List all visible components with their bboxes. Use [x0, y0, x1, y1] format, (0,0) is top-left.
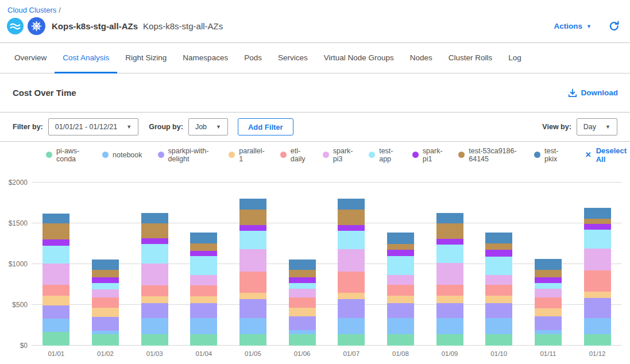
bar-segment-spark-pi1[interactable]	[239, 225, 266, 231]
bar-segment-parallel-1[interactable]	[141, 296, 168, 303]
bar-segment-notebook[interactable]	[535, 330, 562, 334]
bar-segment-sparkpi-with-delight[interactable]	[239, 299, 266, 318]
bar-segment-test-pkix[interactable]	[239, 199, 266, 209]
bar-segment-test-app[interactable]	[289, 283, 316, 289]
bar-segment-sparkpi-with-delight[interactable]	[92, 317, 119, 331]
legend-item-parallel-1[interactable]: parallel-1	[229, 147, 264, 163]
bar-segment-test-app[interactable]	[485, 257, 512, 274]
bar-segment-parallel-1[interactable]	[584, 292, 611, 298]
bar-segment-spark-pi1[interactable]	[338, 225, 365, 231]
bar-segment-etl-daily[interactable]	[436, 285, 463, 295]
bar-segment-parallel-1[interactable]	[239, 293, 266, 299]
bar-segment-etl-daily[interactable]	[535, 297, 562, 308]
bar-segment-test-pkix[interactable]	[289, 260, 316, 270]
bar-segment-parallel-1[interactable]	[485, 296, 512, 303]
bar-segment-test-53ca9186-64145[interactable]	[141, 223, 168, 238]
bar-segment-parallel-1[interactable]	[190, 296, 217, 303]
bar-segment-test-app[interactable]	[42, 246, 69, 264]
bar-segment-test-53ca9186-64145[interactable]	[42, 223, 69, 239]
legend-item-test-app[interactable]: test-app	[369, 147, 397, 163]
bar-segment-pi-aws-conda[interactable]	[190, 334, 217, 346]
bar-segment-spark-pi3[interactable]	[141, 264, 168, 285]
bar-segment-test-app[interactable]	[190, 256, 217, 275]
bar-01/10[interactable]	[485, 183, 512, 346]
tab-virtual-node-groups[interactable]: Virtual Node Groups	[316, 43, 402, 73]
bar-segment-notebook[interactable]	[239, 318, 266, 334]
tab-cluster-rolls[interactable]: Cluster Rolls	[440, 43, 501, 73]
bar-segment-test-app[interactable]	[92, 283, 119, 289]
bar-segment-etl-daily[interactable]	[92, 297, 119, 308]
bar-segment-spark-pi3[interactable]	[92, 289, 119, 297]
bar-segment-test-app[interactable]	[535, 283, 562, 289]
view-by-select[interactable]: Day▼	[577, 118, 617, 135]
bar-segment-spark-pi1[interactable]	[387, 250, 414, 256]
tab-right-sizing[interactable]: Right Sizing	[117, 43, 175, 73]
bar-segment-spark-pi3[interactable]	[436, 263, 463, 285]
bar-segment-test-53ca9186-64145[interactable]	[584, 219, 611, 224]
bar-segment-parallel-1[interactable]	[338, 293, 365, 299]
bar-segment-test-pkix[interactable]	[338, 199, 365, 209]
bar-segment-spark-pi1[interactable]	[535, 277, 562, 284]
bar-segment-test-pkix[interactable]	[485, 233, 512, 243]
bar-segment-etl-daily[interactable]	[141, 285, 168, 296]
tab-services[interactable]: Services	[270, 43, 316, 73]
group-by-select[interactable]: Job▼	[188, 118, 228, 135]
bar-segment-sparkpi-with-delight[interactable]	[485, 303, 512, 318]
bar-segment-notebook[interactable]	[42, 319, 69, 332]
bar-segment-spark-pi1[interactable]	[92, 277, 119, 284]
bar-01/11[interactable]	[535, 183, 562, 346]
bar-segment-spark-pi3[interactable]	[387, 275, 414, 285]
bar-01/02[interactable]	[92, 183, 119, 346]
bar-01/08[interactable]	[387, 183, 414, 346]
bar-segment-parallel-1[interactable]	[92, 308, 119, 317]
tab-pods[interactable]: Pods	[236, 43, 270, 73]
bar-segment-etl-daily[interactable]	[584, 270, 611, 292]
bar-segment-sparkpi-with-delight[interactable]	[141, 303, 168, 318]
deselect-all-button[interactable]: ✕ Deselect All	[585, 146, 630, 164]
bar-segment-sparkpi-with-delight[interactable]	[289, 316, 316, 330]
bar-segment-etl-daily[interactable]	[485, 285, 512, 295]
bar-segment-spark-pi1[interactable]	[436, 239, 463, 245]
actions-button[interactable]: Actions▼	[554, 22, 592, 30]
bar-segment-parallel-1[interactable]	[535, 308, 562, 316]
legend-item-spark-pi3[interactable]: spark-pi3	[323, 147, 353, 163]
legend-item-sparkpi-with-delight[interactable]: sparkpi-with-delight	[158, 147, 214, 163]
bar-segment-test-53ca9186-64145[interactable]	[239, 210, 266, 225]
legend-item-notebook[interactable]: notebook	[102, 151, 142, 159]
bar-segment-spark-pi3[interactable]	[190, 275, 217, 285]
bar-segment-spark-pi1[interactable]	[141, 238, 168, 244]
bar-segment-sparkpi-with-delight[interactable]	[190, 303, 217, 318]
bar-segment-pi-aws-conda[interactable]	[436, 334, 463, 346]
bar-segment-notebook[interactable]	[485, 318, 512, 334]
bar-segment-test-pkix[interactable]	[141, 213, 168, 223]
bar-segment-spark-pi3[interactable]	[42, 264, 69, 285]
bar-segment-test-53ca9186-64145[interactable]	[338, 210, 365, 225]
add-filter-button[interactable]: Add Filter	[238, 118, 293, 135]
bar-segment-pi-aws-conda[interactable]	[584, 334, 611, 346]
bar-segment-test-53ca9186-64145[interactable]	[289, 270, 316, 277]
bar-segment-notebook[interactable]	[190, 318, 217, 334]
bar-segment-spark-pi1[interactable]	[42, 239, 69, 246]
bar-segment-pi-aws-conda[interactable]	[338, 334, 365, 346]
bar-segment-spark-pi3[interactable]	[584, 249, 611, 270]
bar-segment-notebook[interactable]	[436, 318, 463, 334]
bar-segment-pi-aws-conda[interactable]	[289, 334, 316, 346]
bar-segment-test-53ca9186-64145[interactable]	[535, 270, 562, 277]
bar-segment-notebook[interactable]	[387, 318, 414, 334]
bar-segment-spark-pi1[interactable]	[584, 224, 611, 230]
legend-item-spark-pi1[interactable]: spark-pi1	[412, 147, 443, 163]
bar-segment-test-53ca9186-64145[interactable]	[92, 270, 119, 277]
bar-01/07[interactable]	[338, 183, 365, 346]
bar-segment-test-53ca9186-64145[interactable]	[485, 243, 512, 250]
bar-segment-etl-daily[interactable]	[387, 285, 414, 295]
bar-segment-test-app[interactable]	[338, 231, 365, 249]
bar-segment-test-app[interactable]	[141, 244, 168, 263]
legend-item-etl-daily[interactable]: etl-daily	[280, 147, 307, 163]
bar-segment-parallel-1[interactable]	[436, 296, 463, 303]
bar-segment-etl-daily[interactable]	[42, 285, 69, 296]
bar-segment-test-53ca9186-64145[interactable]	[387, 244, 414, 250]
bar-segment-pi-aws-conda[interactable]	[42, 332, 69, 346]
bar-segment-sparkpi-with-delight[interactable]	[584, 298, 611, 318]
bar-segment-test-pkix[interactable]	[535, 259, 562, 270]
bar-segment-spark-pi3[interactable]	[338, 249, 365, 272]
